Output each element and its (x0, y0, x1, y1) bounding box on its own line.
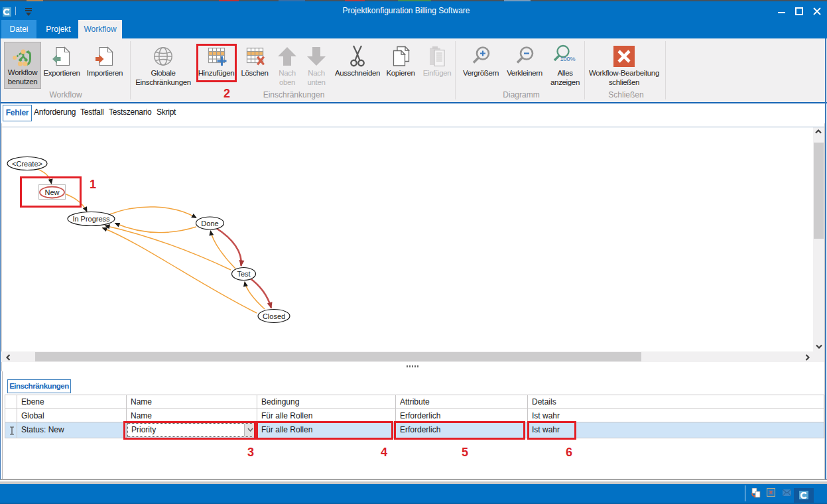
svg-text:<Create>: <Create> (12, 160, 42, 168)
svg-text:In Progress: In Progress (72, 215, 110, 223)
svg-text:Done: Done (201, 220, 218, 227)
svg-text:100%: 100% (560, 56, 575, 62)
svg-text:Test: Test (237, 270, 250, 278)
svg-text:Closed: Closed (263, 312, 285, 320)
